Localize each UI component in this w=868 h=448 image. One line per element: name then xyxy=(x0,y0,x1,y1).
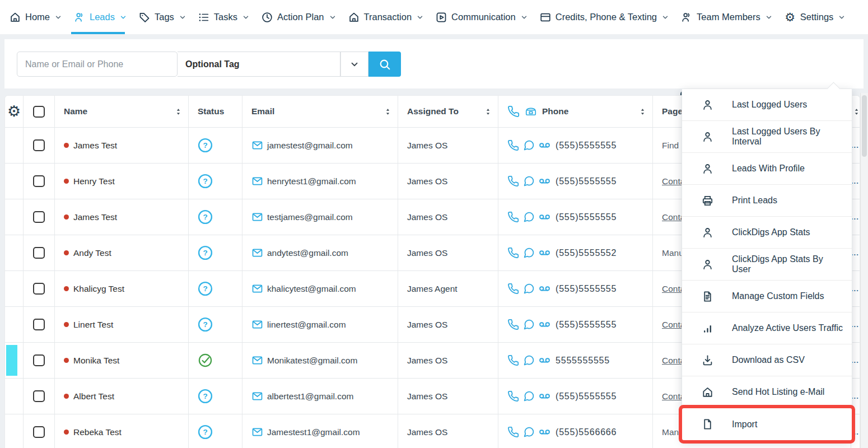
phone-call-icon[interactable] xyxy=(507,247,519,259)
select-all-checkbox[interactable] xyxy=(33,106,45,118)
sort-icon[interactable] xyxy=(852,108,860,116)
voicemail-icon[interactable] xyxy=(539,247,550,259)
email-cell[interactable]: Monikatest@gmail.com xyxy=(242,343,398,378)
row-checkbox[interactable] xyxy=(33,426,45,438)
voicemail-icon[interactable] xyxy=(539,354,550,366)
chevron-down-icon[interactable] xyxy=(119,13,127,21)
phone-call-icon[interactable] xyxy=(507,354,519,366)
name-cell[interactable]: Henry Test xyxy=(54,164,188,199)
sms-chat-icon[interactable] xyxy=(523,354,535,366)
email-cell[interactable]: jamestest@gmail.com xyxy=(242,128,398,163)
email-cell[interactable]: albertest1@gmail.com xyxy=(242,379,398,414)
nav-item[interactable]: Tags xyxy=(133,0,192,34)
sort-icon[interactable] xyxy=(174,108,183,116)
nav-item[interactable]: Credits, Phone & Texting xyxy=(534,0,675,34)
sort-icon[interactable] xyxy=(384,108,392,116)
nav-item[interactable]: Communication xyxy=(430,0,534,34)
gear-icon[interactable]: ⚙ xyxy=(7,104,21,119)
action-menu-item[interactable]: Analyze Active Users Traffic xyxy=(682,312,852,344)
action-menu-item[interactable]: Last Logged Users By Interval xyxy=(682,121,852,153)
action-menu-item[interactable]: ClickDigs App Stats xyxy=(682,217,852,249)
tag-input[interactable] xyxy=(178,52,340,77)
nav-item[interactable]: Tasks xyxy=(192,0,255,34)
status-unknown-icon[interactable]: ? xyxy=(198,245,213,260)
name-cell[interactable]: Monika Test xyxy=(54,343,188,378)
action-menu-item[interactable]: Print Leads xyxy=(682,185,852,217)
row-checkbox[interactable] xyxy=(33,390,45,402)
row-checkbox[interactable] xyxy=(33,175,45,187)
name-cell[interactable]: Albert Test xyxy=(54,379,188,414)
action-menu-item[interactable]: Download as CSV xyxy=(682,344,852,376)
nav-item[interactable]: Home xyxy=(3,0,68,34)
status-unknown-icon[interactable]: ? xyxy=(198,174,213,189)
action-menu-item[interactable]: ClickDigs App Stats By User xyxy=(682,249,852,281)
email-cell[interactable]: henrytest1@gmail.com xyxy=(242,164,398,199)
chevron-down-icon[interactable] xyxy=(520,13,528,21)
voicemail-icon[interactable] xyxy=(539,283,550,295)
row-checkbox[interactable] xyxy=(33,247,45,259)
voicemail-icon[interactable] xyxy=(539,139,550,151)
sms-chat-icon[interactable] xyxy=(523,283,535,295)
sms-chat-icon[interactable] xyxy=(523,139,535,151)
phone-call-icon[interactable] xyxy=(507,319,519,330)
name-cell[interactable]: Rebeka Test xyxy=(54,414,188,448)
chevron-down-icon[interactable] xyxy=(838,13,846,21)
name-cell[interactable]: Andy Test xyxy=(54,235,188,270)
status-unknown-icon[interactable]: ? xyxy=(198,138,213,153)
phone-call-icon[interactable] xyxy=(507,139,519,151)
search-input[interactable] xyxy=(17,52,178,77)
sms-chat-icon[interactable] xyxy=(523,247,535,259)
phone-call-icon[interactable] xyxy=(507,211,519,223)
chevron-down-icon[interactable] xyxy=(661,13,669,21)
nav-item[interactable]: Team Members xyxy=(675,0,778,34)
status-unknown-icon[interactable]: ? xyxy=(198,209,213,225)
sms-chat-icon[interactable] xyxy=(523,390,535,402)
row-checkbox[interactable] xyxy=(33,354,45,366)
action-menu-item[interactable]: Leads With Profile xyxy=(682,153,852,185)
search-button[interactable] xyxy=(368,52,401,77)
sms-chat-icon[interactable] xyxy=(523,211,535,223)
action-menu-item[interactable]: Last Logged Users xyxy=(682,89,852,121)
nav-item[interactable]: Action Plan xyxy=(255,0,342,34)
sort-icon[interactable] xyxy=(484,108,492,116)
phone-call-icon[interactable] xyxy=(507,426,519,438)
voicemail-icon[interactable] xyxy=(539,390,550,402)
email-cell[interactable]: linertest@gmail.com xyxy=(242,307,398,342)
row-checkbox[interactable] xyxy=(33,139,45,151)
phone-call-icon[interactable] xyxy=(507,283,519,295)
nav-item[interactable]: Transaction xyxy=(342,0,430,34)
voicemail-icon[interactable] xyxy=(539,211,550,223)
name-cell[interactable]: James Test xyxy=(54,199,188,235)
chevron-down-icon[interactable] xyxy=(179,13,186,21)
email-cell[interactable]: Jamestest1@gmail.com xyxy=(242,414,398,448)
chevron-down-icon[interactable] xyxy=(765,13,773,21)
tag-dropdown-toggle[interactable] xyxy=(340,52,368,77)
phone-call-icon[interactable] xyxy=(507,390,519,402)
sort-icon[interactable] xyxy=(638,108,647,116)
voicemail-icon[interactable] xyxy=(539,319,550,330)
voicemail-icon[interactable] xyxy=(539,175,550,187)
email-cell[interactable]: andytest@gmail.com xyxy=(242,235,398,270)
sms-chat-icon[interactable] xyxy=(523,426,535,438)
nav-item[interactable]: Leads xyxy=(68,0,133,34)
scrollbar-thumb[interactable] xyxy=(862,95,867,157)
nav-item[interactable]: ⚙ Settings xyxy=(778,0,852,34)
row-checkbox[interactable] xyxy=(33,283,45,295)
status-unknown-icon[interactable]: ? xyxy=(198,317,213,332)
row-checkbox[interactable] xyxy=(33,211,45,223)
name-cell[interactable]: James Test xyxy=(54,128,188,163)
name-cell[interactable]: Khalicyg Test xyxy=(54,271,188,306)
action-menu-item[interactable]: Manage Custom Fields xyxy=(682,281,852,312)
chevron-down-icon[interactable] xyxy=(54,13,62,21)
status-confirmed-icon[interactable] xyxy=(198,353,213,368)
chevron-down-icon[interactable] xyxy=(329,13,337,21)
name-cell[interactable]: Linert Test xyxy=(54,307,188,342)
status-unknown-icon[interactable]: ? xyxy=(198,424,213,440)
action-menu-item[interactable]: Send Hot Listing e-Mail xyxy=(682,376,852,408)
row-checkbox[interactable] xyxy=(33,319,45,330)
email-cell[interactable]: khalicytest@gmail.com xyxy=(242,271,398,306)
chevron-down-icon[interactable] xyxy=(242,13,250,21)
phone-call-icon[interactable] xyxy=(507,175,519,187)
action-menu-item[interactable]: Import xyxy=(682,408,852,440)
voicemail-icon[interactable] xyxy=(539,426,550,438)
